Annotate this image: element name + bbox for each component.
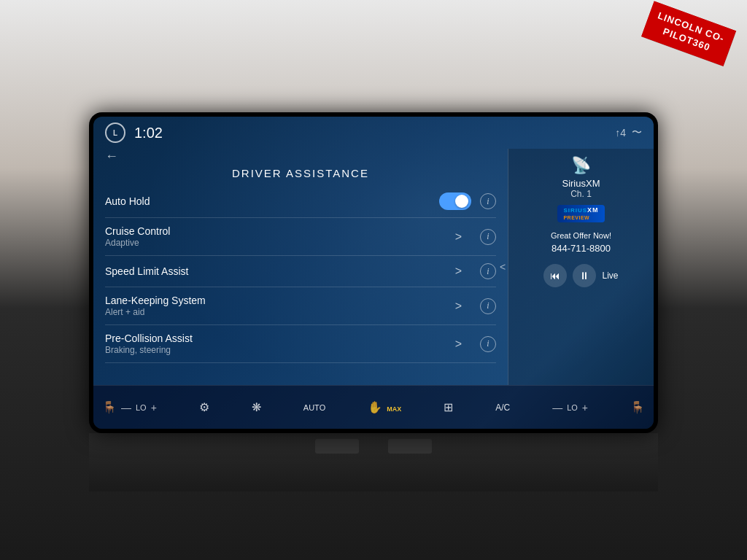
auto-section: AUTO bbox=[303, 403, 325, 412]
lane-keeping-subtitle: Alert + aid bbox=[105, 307, 455, 317]
pre-collision-chevron: > bbox=[455, 338, 462, 351]
menu-item-auto-hold[interactable]: Auto Hold i bbox=[105, 185, 496, 218]
sirius-phone: 844-711-8800 bbox=[551, 243, 611, 254]
left-seat-controls: 🪑 — LO + bbox=[102, 400, 157, 414]
fan-control: ❋ bbox=[252, 400, 261, 414]
menu-item-speed-limit[interactable]: Speed Limit Assist > i bbox=[105, 256, 496, 287]
auto-hold-title: Auto Hold bbox=[105, 195, 439, 207]
media-controls: ⏮ ⏸ Live bbox=[543, 264, 618, 287]
center-vent-2 bbox=[388, 439, 432, 454]
steering-icon: ⚙ bbox=[199, 400, 209, 414]
left-panel: ← DRIVER ASSISTANCE Auto Hold bbox=[93, 149, 508, 385]
sirius-promo-text: Great Offer Now! bbox=[551, 231, 611, 240]
defrost-control: ⊞ bbox=[444, 400, 453, 414]
ac-label: A/C bbox=[495, 402, 510, 413]
collapse-panel-button[interactable]: < bbox=[500, 261, 506, 273]
live-label: Live bbox=[602, 271, 618, 281]
center-vent bbox=[315, 439, 359, 454]
pause-button[interactable]: ⏸ bbox=[573, 264, 596, 287]
sirius-label: SiriusXM bbox=[562, 178, 600, 189]
speed-limit-chevron: > bbox=[455, 265, 462, 278]
max-label: MAX bbox=[387, 405, 401, 413]
panel-title: DRIVER ASSISTANCE bbox=[105, 167, 496, 179]
heated-wheel-icon: ✋ bbox=[368, 400, 382, 414]
steering-control: ⚙ bbox=[199, 400, 209, 414]
wifi-icon: 〜 bbox=[632, 126, 642, 139]
lane-keeping-chevron: > bbox=[455, 300, 462, 313]
right-temp-minus[interactable]: — bbox=[552, 402, 562, 413]
speed-limit-title: Speed Limit Assist bbox=[105, 265, 455, 277]
heat-controls: ✋ MAX bbox=[368, 400, 401, 414]
time-display: 1:02 bbox=[134, 125, 163, 141]
sirius-logo-badge: SIRIUSXM PREVIEW bbox=[557, 205, 604, 222]
pre-collision-title: Pre-Collision Assist bbox=[105, 332, 455, 344]
top-right-icons: ↑4 〜 bbox=[615, 126, 642, 139]
right-seat-controls: 🪑 bbox=[630, 400, 645, 414]
speed-limit-info[interactable]: i bbox=[480, 263, 496, 279]
menu-item-pre-collision[interactable]: Pre-Collision Assist Braking, steering >… bbox=[105, 325, 496, 363]
right-temp-plus[interactable]: + bbox=[582, 402, 588, 413]
dashboard-area bbox=[89, 433, 658, 491]
right-temp-lo: LO bbox=[567, 403, 578, 412]
cruise-control-chevron: > bbox=[455, 230, 462, 244]
bottom-bar: 🪑 — LO + ⚙ ❋ AUTO ✋ bbox=[93, 385, 654, 429]
skip-back-button[interactable]: ⏮ bbox=[543, 264, 567, 287]
left-temp-plus[interactable]: + bbox=[151, 402, 157, 413]
right-temp-controls: — LO + bbox=[552, 402, 588, 413]
lane-keeping-title: Lane-Keeping System bbox=[105, 295, 455, 306]
auto-label: AUTO bbox=[303, 403, 325, 412]
pre-collision-info[interactable]: i bbox=[480, 336, 496, 352]
infotainment-screen: L 1:02 ↑4 〜 ← DRIVER ASSISTANCE bbox=[93, 117, 654, 429]
cruise-control-subtitle: Adaptive bbox=[105, 238, 455, 248]
defrost-icon: ⊞ bbox=[444, 400, 453, 414]
auto-hold-toggle[interactable] bbox=[439, 192, 471, 210]
ac-control: A/C bbox=[495, 402, 510, 413]
fan-icon: ❋ bbox=[252, 400, 261, 414]
signal-icon: ↑4 bbox=[615, 127, 626, 139]
lane-keeping-info[interactable]: i bbox=[480, 298, 496, 314]
menu-item-lane-keeping[interactable]: Lane-Keeping System Alert + aid > i bbox=[105, 287, 496, 325]
sirius-channel: Ch. 1 bbox=[570, 189, 592, 199]
lincoln-logo-icon: L bbox=[105, 122, 125, 143]
right-seat-icon: 🪑 bbox=[630, 400, 645, 414]
menu-list: Auto Hold i bbox=[105, 185, 496, 385]
car-surround: LINCOLN CO-PILOT360 L 1:02 ↑4 〜 bbox=[0, 0, 747, 560]
sirius-panel: < 📡 SiriusXM Ch. 1 SIRIUSXM PREVIEW Grea… bbox=[508, 149, 654, 385]
left-temp-minus[interactable]: — bbox=[121, 402, 131, 413]
main-area: ← DRIVER ASSISTANCE Auto Hold bbox=[93, 149, 654, 385]
cruise-control-title: Cruise Control bbox=[105, 225, 455, 237]
screen-outer: L 1:02 ↑4 〜 ← DRIVER ASSISTANCE bbox=[89, 112, 658, 433]
top-bar: L 1:02 ↑4 〜 bbox=[93, 117, 654, 149]
back-button[interactable]: ← bbox=[105, 149, 496, 164]
cruise-control-info[interactable]: i bbox=[480, 229, 496, 245]
auto-hold-info[interactable]: i bbox=[480, 193, 496, 209]
left-seat-icon: 🪑 bbox=[102, 400, 117, 414]
menu-item-cruise-control[interactable]: Cruise Control Adaptive > i bbox=[105, 218, 496, 256]
sirius-antenna-icon: 📡 bbox=[571, 156, 591, 175]
lincoln-badge: LINCOLN CO-PILOT360 bbox=[640, 1, 736, 66]
pre-collision-subtitle: Braking, steering bbox=[105, 345, 455, 355]
left-temp-lo: LO bbox=[136, 403, 147, 412]
